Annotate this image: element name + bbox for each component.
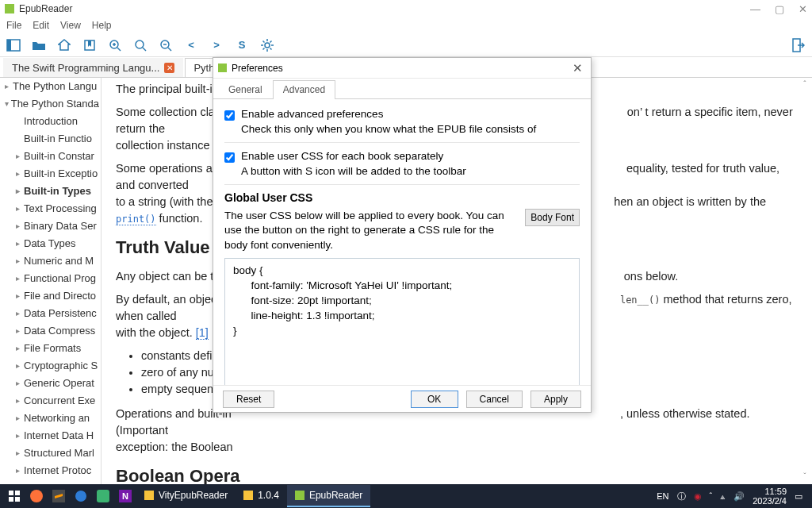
sidebar-item[interactable]: File Formats — [0, 340, 101, 357]
sidebar-item[interactable]: Functional Prog — [0, 270, 101, 287]
sidebar-item[interactable]: Built-in Functio — [0, 130, 101, 148]
sidebar-item[interactable]: File and Directo — [0, 287, 101, 305]
tray-icon[interactable]: ⓘ — [677, 491, 686, 502]
sublime-icon[interactable] — [48, 485, 70, 507]
menu-file[interactable]: File — [6, 20, 21, 31]
notifications-icon[interactable]: ▭ — [795, 491, 802, 502]
section-header: Global User CSS — [224, 191, 580, 204]
caret-icon — [16, 464, 24, 478]
close-icon[interactable]: ✕ — [799, 3, 807, 15]
menu-view[interactable]: View — [60, 20, 81, 31]
sidebar-item[interactable]: Data Types — [0, 235, 101, 252]
language-indicator[interactable]: EN — [657, 491, 668, 501]
tab-swift[interactable]: The Swift Programming Langu... ✕ — [3, 58, 183, 77]
sidebar-item[interactable]: Cryptographic S — [0, 357, 101, 375]
sidebar-item-label: The Python Standa — [11, 97, 99, 111]
sidebar-item[interactable]: Concurrent Exe — [0, 392, 101, 410]
tray-icon[interactable]: ◉ — [694, 491, 702, 502]
sidebar-toggle-icon[interactable] — [5, 37, 22, 54]
body-text: with the object. — [116, 326, 196, 339]
open-folder-icon[interactable] — [30, 37, 48, 54]
next-icon[interactable]: > — [208, 37, 225, 54]
sidebar-item-label: Internet Protoc — [24, 464, 91, 478]
minimize-icon[interactable]: — — [750, 3, 760, 15]
toc-sidebar[interactable]: The Python LanguThe Python StandaIntrodu… — [0, 78, 102, 484]
link-print[interactable]: print() — [116, 214, 156, 225]
sidebar-item[interactable]: The Python Standa — [0, 95, 101, 113]
app-blue-icon[interactable] — [70, 485, 92, 507]
enable-advanced-checkbox[interactable] — [224, 110, 235, 121]
body-font-button[interactable]: Body Font — [525, 209, 580, 226]
sidebar-item[interactable]: Built-in Types — [0, 183, 101, 200]
svg-rect-17 — [15, 497, 20, 502]
prev-icon[interactable]: < — [182, 37, 200, 54]
zoom-in-icon[interactable] — [106, 37, 124, 54]
firefox-icon[interactable] — [25, 485, 48, 507]
sidebar-item[interactable]: Networking an — [0, 410, 101, 427]
sidebar-item-label: Binary Data Ser — [24, 219, 97, 233]
section-description: The user CSS below will be applied to ev… — [224, 209, 519, 254]
pref-label: Enable user CSS for each book separately… — [241, 149, 580, 179]
style-s-icon[interactable]: S — [233, 37, 251, 54]
taskbar-app-label: EpubReader — [309, 490, 362, 501]
caret-icon — [5, 79, 13, 94]
reset-button[interactable]: Reset — [223, 391, 274, 408]
bookmark-icon[interactable] — [81, 37, 98, 54]
scroll-up-icon[interactable]: ˆ — [799, 79, 810, 90]
taskbar-app-vity[interactable]: VityEpubReader — [136, 485, 236, 507]
sidebar-item[interactable]: Binary Data Ser — [0, 217, 101, 235]
tray-chevron-icon[interactable]: ˆ — [710, 491, 713, 501]
maximize-icon[interactable]: ▢ — [775, 3, 784, 15]
home-icon[interactable] — [56, 37, 73, 54]
settings-gear-icon[interactable] — [259, 37, 276, 54]
zoom-reset-icon[interactable] — [132, 37, 149, 54]
app-green-icon[interactable] — [92, 485, 114, 507]
volume-icon[interactable]: 🔊 — [733, 491, 745, 502]
caret-icon — [16, 324, 24, 338]
body-text: to a string (with the — [116, 195, 216, 208]
sidebar-item[interactable]: Generic Operat — [0, 375, 101, 392]
caret-icon — [5, 97, 11, 111]
scroll-down-icon[interactable]: ˇ — [799, 471, 810, 483]
sidebar-item[interactable]: Data Compress — [0, 322, 101, 340]
enable-user-css-checkbox[interactable] — [224, 152, 235, 163]
footnote-link[interactable]: [1] — [196, 326, 209, 340]
tab-advanced[interactable]: Advanced — [273, 80, 335, 99]
global-css-textarea[interactable] — [224, 258, 580, 385]
taskbar-clock[interactable]: 11:59 2023/2/4 — [753, 487, 787, 506]
menu-edit[interactable]: Edit — [33, 20, 49, 31]
svg-line-10 — [168, 48, 171, 51]
sidebar-item-label: Built-in Types — [24, 184, 91, 198]
sidebar-item[interactable]: Internet Protoc — [0, 462, 101, 479]
sidebar-item-label: Data Types — [24, 237, 76, 251]
windows-taskbar[interactable]: N VityEpubReader 1.0.4 EpubReader EN ⓘ ◉… — [0, 484, 812, 508]
dialog-tabs: General Advanced — [213, 79, 591, 99]
tab-general[interactable]: General — [218, 80, 273, 98]
apply-button[interactable]: Apply — [530, 391, 581, 408]
menu-help[interactable]: Help — [92, 20, 112, 31]
caret-icon — [16, 411, 24, 425]
start-icon[interactable] — [3, 485, 25, 507]
taskbar-app-epubreader[interactable]: EpubReader — [287, 485, 370, 507]
taskbar-app-104[interactable]: 1.0.4 — [236, 485, 287, 507]
ok-button[interactable]: OK — [411, 391, 458, 408]
tab-close-icon[interactable]: ✕ — [164, 63, 174, 73]
cancel-button[interactable]: Cancel — [466, 391, 523, 408]
zoom-out-icon[interactable] — [157, 37, 174, 54]
sidebar-item[interactable]: Internet Data H — [0, 427, 101, 444]
sidebar-item[interactable]: The Python Langu — [0, 78, 101, 95]
caret-icon — [16, 446, 24, 460]
onenote-icon[interactable]: N — [114, 485, 136, 507]
dialog-titlebar[interactable]: Preferences ✕ — [213, 58, 591, 79]
sidebar-item[interactable]: Text Processing — [0, 200, 101, 217]
sidebar-item[interactable]: Data Persistenc — [0, 305, 101, 322]
dialog-close-icon[interactable]: ✕ — [569, 61, 586, 75]
exit-icon[interactable] — [790, 37, 807, 54]
sidebar-item[interactable]: Built-in Exceptio — [0, 165, 101, 183]
sidebar-item[interactable]: Introduction — [0, 113, 101, 130]
sidebar-item-label: Functional Prog — [24, 271, 96, 286]
sidebar-item[interactable]: Built-in Constar — [0, 148, 101, 165]
wifi-icon[interactable]: ⟁ — [720, 491, 726, 501]
sidebar-item[interactable]: Structured Marl — [0, 444, 101, 462]
sidebar-item[interactable]: Numeric and M — [0, 252, 101, 270]
